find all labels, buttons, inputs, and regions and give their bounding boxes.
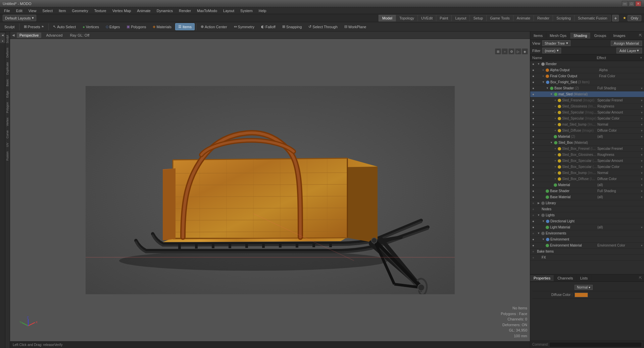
shader-row-base-shader[interactable]: ● ▼ Base Shader (2) Full Shading ▾ xyxy=(530,85,644,91)
eye-sled-glossiness[interactable]: ● xyxy=(530,103,536,110)
viewport-advanced-tab[interactable]: Advanced xyxy=(43,33,65,38)
shader-row-fx[interactable]: ● FX xyxy=(530,255,644,261)
minimize-button[interactable]: — xyxy=(622,1,628,6)
tab-layout[interactable]: Layout xyxy=(451,15,469,21)
shader-row-environments[interactable]: ● ▼ Environments xyxy=(530,230,644,236)
shader-row-sled-box[interactable]: ● ▼ Sled_Box (Material) xyxy=(530,140,644,146)
eye-fx[interactable]: ● xyxy=(530,255,536,261)
menu-item[interactable]: Item xyxy=(56,8,68,13)
shader-row-bake-items[interactable]: ● Bake Items xyxy=(530,249,644,255)
viewport-raygl-tab[interactable]: Ray GL: Off xyxy=(67,33,92,38)
eye-environment[interactable]: ● xyxy=(530,236,536,243)
menu-edit[interactable]: Edit xyxy=(13,8,25,13)
bottom-panel-expand[interactable]: ⇱ xyxy=(637,275,644,281)
eye-base-material[interactable]: ● xyxy=(530,194,536,200)
shader-row-light-material[interactable]: ● Light Material (all) ▾ xyxy=(530,224,644,230)
side-tab-basic[interactable]: Basic xyxy=(5,77,10,88)
tab-uvedit[interactable]: UVEdit xyxy=(417,15,436,21)
tab-properties[interactable]: Properties xyxy=(530,275,554,281)
tab-schematic-fusion[interactable]: Schematic Fusion xyxy=(574,15,611,21)
eye-environment-material[interactable]: ● xyxy=(530,243,536,249)
shader-tree-dropdown[interactable]: Shader Tree ▾ xyxy=(542,40,571,46)
menu-file[interactable]: File xyxy=(1,8,13,13)
eye-mat-sled[interactable]: ● xyxy=(530,91,536,97)
eye-base-shader[interactable]: ● xyxy=(530,85,536,91)
menu-system[interactable]: System xyxy=(238,8,255,13)
tab-setup[interactable]: Setup xyxy=(469,15,486,21)
rpanel-tab-images[interactable]: Images xyxy=(610,33,629,39)
eye-nodes[interactable]: ● xyxy=(530,206,536,212)
shader-row-sled-diffuse[interactable]: ● ＋ Sled_Diffuse (Image) Diffuse Color ▾ xyxy=(530,128,644,134)
shader-row-library[interactable]: ● ▶ Library xyxy=(530,200,644,206)
eye-sled-box-fresnel[interactable]: ● xyxy=(530,146,536,152)
diffuse-color-swatch[interactable] xyxy=(575,293,588,297)
triangle-lights[interactable]: ▼ xyxy=(537,214,540,217)
eye-sled-box-diffuse[interactable]: ● xyxy=(530,176,536,182)
add-layout-button[interactable]: + xyxy=(612,15,619,21)
materials-button[interactable]: ◈ Materials xyxy=(150,23,175,30)
eye-base-shader-2[interactable]: ● xyxy=(530,188,536,194)
maximize-button[interactable]: □ xyxy=(629,1,635,6)
edges-button[interactable]: ◇ Edges xyxy=(103,23,123,30)
eye-sled-box-specular[interactable]: ● xyxy=(530,164,536,170)
menu-vertex-map[interactable]: Vertex Map xyxy=(110,8,134,13)
menu-maxtomodo[interactable]: MaxToModo xyxy=(194,8,220,13)
tab-scripting[interactable]: Scripting xyxy=(553,15,574,21)
tab-topology[interactable]: Topology xyxy=(396,15,417,21)
shader-row-sled-specular[interactable]: ● ＋ Sled_Specular (Image) Specular Color… xyxy=(530,116,644,122)
triangle-sled-box[interactable]: ▼ xyxy=(550,141,553,144)
triangle-directional-light[interactable]: ▼ xyxy=(542,220,545,223)
eye-light-material[interactable]: ● xyxy=(530,224,536,230)
shader-row-sled-box-fresnel[interactable]: ● ＋ Sled_Box_Fresnel (Image) Specular Fr… xyxy=(530,146,644,152)
triangle-environment[interactable]: ▼ xyxy=(542,238,545,241)
shader-tree[interactable]: Name Effect ▾ ● ▼ Render ● ＋ xyxy=(530,54,644,274)
rpanel-tab-mesh-ops[interactable]: Mesh Ops xyxy=(546,33,570,39)
eye-box-freight[interactable]: ● xyxy=(530,79,536,85)
shader-row-mat-sled[interactable]: ● ▼ mat_Sled (Material) xyxy=(530,91,644,97)
shader-row-render[interactable]: ● ▼ Render xyxy=(530,61,644,67)
shader-row-sled-box-bump[interactable]: ● ＋ Sled_Box_bump (Image) Normal ▾ xyxy=(530,170,644,176)
eye-environments[interactable]: ● xyxy=(530,230,536,236)
eye-final-color[interactable]: ● xyxy=(530,73,536,79)
shader-row-environment-material[interactable]: ● Environment Material Environment Color… xyxy=(530,243,644,249)
shader-row-material-2[interactable]: ● Material (2) (all) ▾ xyxy=(530,134,644,140)
shader-row-directional-light[interactable]: ● ▼ Directional Light xyxy=(530,218,644,224)
shader-row-base-shader-2[interactable]: ● Base Shader Full Shading ▾ xyxy=(530,188,644,194)
triangle-render[interactable]: ▼ xyxy=(537,62,540,66)
snapping-button[interactable]: ⊞ Snapping xyxy=(279,23,305,30)
viewport-grid-icon[interactable]: ⊞ xyxy=(495,48,501,54)
shader-row-base-material[interactable]: ● Base Material (all) ▾ xyxy=(530,194,644,200)
assign-material-button[interactable]: Assign Material xyxy=(611,41,642,46)
items-button[interactable]: ☰ Items xyxy=(175,23,195,30)
tab-channels[interactable]: Channels xyxy=(554,275,577,281)
action-center-button[interactable]: ⊕ Action Center xyxy=(198,23,230,30)
side-tab-polygon[interactable]: Polygon xyxy=(5,100,10,115)
menu-animate[interactable]: Animate xyxy=(134,8,153,13)
viewport-3d-view[interactable]: ⊞ ○ ⚙ ▷ ◈ No Items Polygons : Face Chann… xyxy=(10,39,530,341)
eye-material[interactable]: ● xyxy=(530,182,536,188)
viewport-view-icon[interactable]: ○ xyxy=(502,48,508,54)
menu-select[interactable]: Select xyxy=(40,8,55,13)
shader-row-sled-glossiness[interactable]: ● ＋ Sled_Glossiness (Image) Roughness ▾ xyxy=(530,103,644,110)
left-tool-2[interactable]: ● xyxy=(0,38,5,43)
viewport-arrow[interactable]: ◀ xyxy=(12,33,15,37)
side-tab-edge[interactable]: Edge xyxy=(5,89,10,100)
rpanel-tab-items[interactable]: Items xyxy=(530,33,546,39)
tab-lists[interactable]: Lists xyxy=(577,275,592,281)
viewport-settings-icon[interactable]: ⚙ xyxy=(508,48,514,54)
auto-select-button[interactable]: ↖ Auto Select xyxy=(50,23,79,30)
falloff-button[interactable]: ◐ Falloff xyxy=(258,23,279,30)
tab-game-tools[interactable]: Game Tools xyxy=(486,15,513,21)
side-tab-fusion[interactable]: Fusion xyxy=(5,149,10,163)
eye-sled-specular-2[interactable]: ● xyxy=(530,110,536,116)
polygons-button[interactable]: ▣ Polygons xyxy=(123,23,149,30)
close-button[interactable]: ✕ xyxy=(635,1,641,6)
eye-library[interactable]: ● xyxy=(530,200,536,206)
side-tab-sculpt[interactable]: Sculpt xyxy=(5,33,10,45)
side-tab-curve[interactable]: Curve xyxy=(5,128,10,140)
eye-render[interactable]: ● xyxy=(530,61,536,67)
default-layouts-dropdown[interactable]: Default Layouts ▾ xyxy=(3,15,36,21)
command-input[interactable] xyxy=(549,342,642,347)
menu-render[interactable]: Render xyxy=(176,8,194,13)
sculpt-button[interactable]: Sculpt xyxy=(1,24,18,30)
